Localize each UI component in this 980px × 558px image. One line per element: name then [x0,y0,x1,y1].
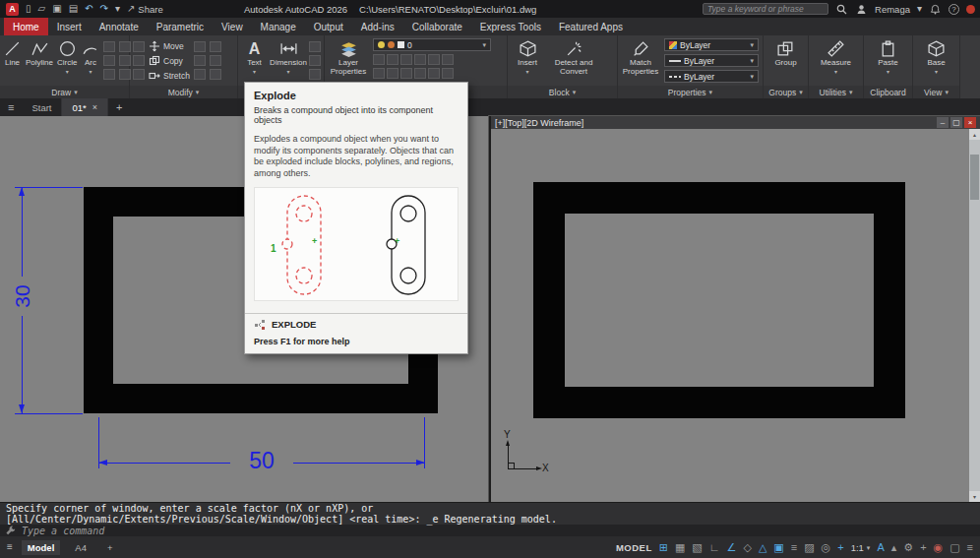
save-icon[interactable]: ▣ [52,4,61,14]
layer-tool-icon[interactable] [442,54,454,65]
selection-cycling-icon[interactable]: ◎ [822,542,831,553]
tool-polyline[interactable]: Polyline [26,37,53,68]
draw-extra-tool-icon[interactable] [103,55,115,66]
modify-extra-tool-icon[interactable] [210,55,221,66]
drawing-area[interactable]: 30 50 [+][Top][2D Wireframe] – ▢ × [0,116,980,502]
snap-icon[interactable]: ▦ [675,542,685,553]
tool-measure[interactable]: Measure ▾ [820,37,853,75]
vertical-scrollbar[interactable]: ▴ ▾ [969,129,980,502]
tool-arc[interactable]: Arc ▾ [81,37,99,75]
dimension-text-vertical[interactable]: 30 [11,277,32,316]
new-file-icon[interactable]: ▯ [26,4,31,14]
layer-tool-icon[interactable] [442,68,454,79]
share-button[interactable]: ↗ Share [127,4,163,15]
ribbon-tab-insert[interactable]: Insert [48,18,91,35]
search-icon[interactable] [835,3,848,16]
modify-extra-tool-icon[interactable] [133,55,145,66]
lineweight-select[interactable]: ByLayer ▾ [664,54,759,67]
scroll-down-icon[interactable]: ▾ [969,491,980,502]
annotation-extra-tool-icon[interactable] [309,69,321,80]
account-caret-icon[interactable]: ▾ [917,4,922,14]
viewport-right[interactable]: [+][Top][2D Wireframe] – ▢ × Y X [489,116,980,502]
ribbon-tab-output[interactable]: Output [305,18,352,35]
customize-icon[interactable]: ≡ [967,542,973,553]
isodraft-icon[interactable]: ◇ [743,542,751,553]
tool-detect-convert[interactable]: Detect and Convert [548,37,599,77]
panel-label-clipboard[interactable]: Clipboard [864,86,912,98]
notification-bell-icon[interactable] [929,3,942,16]
linetype-select[interactable]: ByLayer ▾ [664,70,759,83]
command-line-window[interactable]: Specify corner of window, enter a scale … [0,502,980,536]
infer-icon[interactable]: ▧ [692,542,702,553]
isolate-icon[interactable]: ◉ [934,542,944,553]
status-menu-icon[interactable]: ≡ [7,542,13,552]
restore-icon[interactable]: ▢ [950,117,962,128]
tool-base[interactable]: Base ▾ [920,37,953,75]
new-layout-button[interactable]: + [101,540,119,555]
ribbon-tab-featured-apps[interactable]: Featured Apps [550,18,632,35]
ribbon-tab-annotate[interactable]: Annotate [91,18,148,35]
autoscale-icon[interactable]: ▴ [891,542,897,553]
modify-extra-tool-icon[interactable] [194,55,206,66]
modify-extra-tool-icon[interactable] [133,41,145,52]
layer-tool-icon[interactable] [387,68,398,79]
close-icon[interactable]: × [964,117,976,128]
modify-extra-tool-icon[interactable] [133,69,145,80]
undo-icon[interactable]: ↶ [85,4,92,14]
model-space-toggle[interactable]: MODEL [616,542,652,553]
ribbon-tab-home[interactable]: Home [4,18,48,35]
close-icon[interactable]: × [92,102,97,112]
layer-tool-icon[interactable] [400,68,412,79]
layer-tool-icon[interactable] [373,68,385,79]
modify-extra-tool-icon[interactable] [194,69,206,80]
polar-icon[interactable]: ∠ [727,542,737,553]
lineweight-icon[interactable]: ≡ [791,542,797,553]
draw-extra-tool-icon[interactable] [103,69,115,80]
drawn-rectangle-frame[interactable] [533,182,905,418]
tab-start[interactable]: Start [22,98,62,116]
command-prompt-text[interactable]: Type a command [22,526,104,536]
autocad-logo-icon[interactable]: A [6,3,19,16]
panel-label-view[interactable]: View ▾ [913,86,959,98]
panel-label-utilities[interactable]: Utilities ▾ [809,86,863,98]
tool-copy[interactable]: Copy [149,55,190,67]
panel-label-draw[interactable]: Draw ▾ [0,86,129,98]
redo-icon[interactable]: ↷ [100,4,108,14]
layer-tool-icon[interactable] [414,68,426,79]
command-customize-icon[interactable] [5,526,16,536]
annotation-visibility-icon[interactable]: A [877,542,884,553]
account-name[interactable]: Remaga [875,4,910,15]
workspace-gear-icon[interactable]: ⚙ [903,542,913,553]
layer-tool-icon[interactable] [428,54,440,65]
modify-extra-tool-icon[interactable] [210,41,221,52]
graphics-performance-icon[interactable]: ▢ [949,542,959,553]
tool-dimension[interactable]: Dimension ▾ [272,37,305,75]
object-color-select[interactable]: ByLayer ▾ [664,38,759,51]
dynamic-input-icon[interactable]: + [837,542,843,553]
layer-tool-icon[interactable] [428,68,440,79]
tool-line[interactable]: Line [3,37,22,68]
search-input[interactable] [703,3,828,15]
dimension-text-horizontal[interactable]: 50 [230,449,293,474]
scroll-up-icon[interactable]: ▴ [969,129,980,140]
otrack-icon[interactable]: △ [759,542,766,553]
tool-paste[interactable]: Paste ▾ [872,37,905,75]
panel-label-block[interactable]: Block ▾ [508,86,617,98]
layer-tool-icon[interactable] [414,54,426,65]
plot-icon[interactable]: ▤ [69,4,78,14]
ribbon-tab-collaborate[interactable]: Collaborate [403,18,471,35]
annotation-extra-tool-icon[interactable] [309,41,321,52]
tool-circle[interactable]: Circle ▾ [57,37,77,75]
ribbon-tab-addins[interactable]: Add-ins [352,18,403,35]
tool-move[interactable]: Move [149,40,190,52]
tool-text[interactable]: A Text ▾ [241,37,268,75]
tool-insert[interactable]: Insert ▾ [511,37,544,75]
ribbon-tab-express-tools[interactable]: Express Tools [471,18,550,35]
qat-customize-caret-icon[interactable]: ▾ [115,4,120,14]
annotation-extra-tool-icon[interactable] [309,55,321,66]
status-indicator-icon[interactable] [966,5,975,14]
ribbon-tab-parametric[interactable]: Parametric [148,18,213,35]
ribbon-tab-manage[interactable]: Manage [252,18,305,35]
modify-extra-tool-icon[interactable] [210,69,221,80]
tool-group[interactable]: Group [769,37,803,68]
